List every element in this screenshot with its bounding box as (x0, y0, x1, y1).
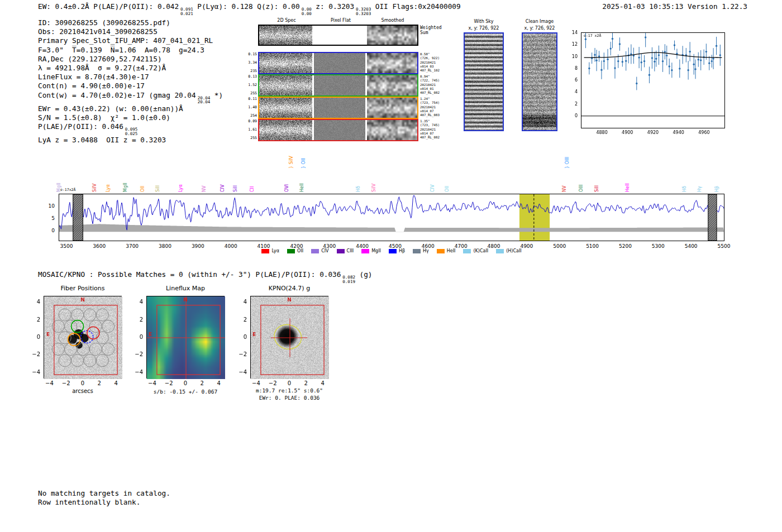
legend-swatch (261, 249, 269, 253)
scale-value: 0.09 (242, 119, 257, 123)
kpno-compass-e: E (252, 332, 256, 337)
info-line: Primary Spec_Slot_IFU_AMP: 407_041_021_R… (38, 36, 223, 45)
spectrum-frame (59, 194, 724, 241)
cutout-row-scale-labels: 0.131.52255 (242, 74, 257, 95)
text-segment: z: 0.3203 (312, 2, 354, 11)
scale-value: 255 (242, 136, 257, 140)
panel-y-tick-label: −4 (30, 369, 40, 375)
fit-y-tick-label: 0 (565, 113, 578, 118)
line-label: SiIV (371, 184, 376, 192)
fiber-compass-n: N (44, 297, 122, 303)
legend-label: (K)CaII (473, 248, 488, 253)
line-label: OVI (284, 184, 289, 192)
fit-x-tick-label: 4940 (673, 130, 684, 135)
lineflux-map-image (147, 296, 225, 379)
kpno-caption-2: EWr: 0. PLAE: 0.036 (242, 395, 337, 401)
info-line: Cont(w) = 4.70(±0.02)e-17 (gmag 20.0420.… (38, 91, 223, 104)
clean-image-frame (522, 32, 557, 131)
panel-x-tick-label: −2 (62, 380, 70, 386)
col-header-smoothed: Smoothed (368, 18, 417, 23)
pixelflat-image (314, 75, 365, 95)
line-label: NV (202, 186, 207, 192)
panel-x-tick-label: −2 (269, 380, 277, 386)
pixelflat-image (314, 53, 365, 73)
legend-item: Lyα (261, 248, 279, 253)
footer-line-2: Row intentionally blank. (38, 498, 170, 507)
cutout-cell-spec2d (259, 26, 312, 45)
annotation-line: 0.94" (420, 75, 454, 79)
withsky-xy-label: x, y: 726, 922 (461, 26, 506, 31)
scale-value: 255 (242, 91, 257, 95)
panel-x-tick-label: 4 (217, 380, 220, 386)
legend-swatch (337, 249, 345, 253)
spec2d-image (259, 120, 312, 140)
annotation-line: 20210421 (420, 61, 454, 65)
scale-value: 1.52 (242, 83, 257, 87)
annotation-line: 407_RL_102 (420, 69, 454, 73)
legend-item: Hγ (413, 248, 429, 253)
cutout-cell-smoothed (367, 75, 417, 95)
text-segment: EWr = 0.43(±0.22) (w: 0.00(±nan))Å (38, 104, 183, 113)
kpno-image (251, 296, 329, 379)
cutout-cell-spec2d (259, 98, 312, 118)
line-fit-plot-canvas (581, 33, 724, 128)
legend-label: HeII (447, 248, 456, 253)
text-segment: (g) (355, 270, 373, 279)
fit-x-tick-label: 4900 (622, 130, 633, 135)
fit-y-tick-label: 4 (565, 89, 578, 94)
annotation-line: Weighted (420, 25, 454, 30)
legend-swatch (437, 249, 445, 253)
smoothed-image (367, 53, 417, 73)
annotation-line: 20210421 (420, 106, 454, 109)
fit-y-tick-label: 6 (565, 78, 578, 83)
lower-limit: 0.019 (342, 280, 355, 284)
legend-item: (H)CaII (496, 248, 521, 253)
text-segment: S/N = 1.5(±0.8) χ² = 1.0(±0.0) (38, 113, 170, 122)
cutout-cell-pixelflat (314, 120, 365, 140)
pixelflat-image (314, 98, 365, 118)
text-segment: LyA z = 3.0488 OII z = 0.3203 (38, 136, 166, 144)
info-line: λ = 4921.98Å σ = 9.27(±4.72)Å (38, 64, 223, 73)
spec2d-image (259, 26, 312, 45)
annotation-line: v014_03 (420, 65, 454, 69)
line-label: Lyα (106, 184, 111, 192)
panel-y-tick-label: −2 (30, 351, 40, 357)
panel-x-tick-label: 0 (184, 380, 187, 386)
scale-value: 0.13 (242, 74, 257, 79)
info-line: S/N = 1.5(±0.8) χ² = 1.0(±0.0) (38, 113, 223, 122)
legend-label: CIV (321, 248, 328, 253)
panel-y-tick-label: 0 (30, 334, 40, 340)
text-segment: Cont(n) = 4.90(±0.00)e-17 (38, 82, 145, 90)
fit-y-tick-label: 8 (565, 66, 578, 71)
spectrum-y-tick-label: 0 (44, 228, 55, 233)
annotation-line: 20210421 (420, 83, 454, 87)
kpno-caption-1: m:19.7 re:1.5" s:0.6" (242, 387, 337, 394)
stacked-limits: 20.0420.04 (198, 96, 211, 104)
text-segment: Cont(w) = 4.70(±0.02)e-17 (gmag 20.04 (38, 91, 196, 99)
annotation-line: 407_RL_083 (420, 113, 454, 117)
smoothed-image (367, 26, 417, 45)
line-label: Hδ (682, 186, 687, 192)
kpno-frame (250, 296, 328, 378)
line-label: OII (140, 186, 145, 192)
clean-image-title: Clean Image (517, 19, 562, 24)
line-label: OII (445, 186, 450, 192)
legend-swatch (413, 249, 421, 253)
timestamp: 2025-01-03 10:35:13 Version 1.22.3 (602, 2, 747, 11)
stacked-limits: 0.32030.3203 (356, 7, 371, 16)
text-segment: RA,Dec (229.127609,52.742115) (38, 55, 162, 63)
annotation-line: Sum (420, 30, 454, 35)
fiber-compass-e: E (46, 332, 50, 337)
annotation-line: 1.24" (420, 97, 454, 101)
info-line: LyA z = 3.0488 OII z = 0.3203 (38, 136, 223, 145)
annotation-line: v014_07 (420, 132, 454, 136)
info-line: P(LAE)/P(OII): 0.0460.0950.025 (38, 122, 223, 136)
cutout-row (258, 119, 418, 141)
line-label: } OII (301, 158, 306, 169)
kpno-title: KPNO(24.7) g (250, 285, 328, 292)
text-segment: LineFlux = 8.70(±4.30)e-17 (38, 73, 149, 81)
text-segment: Primary Spec_Slot_IFU_AMP: 407_041_021_R… (38, 36, 213, 45)
line-label: SiII (233, 185, 238, 192)
line-label: NV (562, 186, 567, 192)
fiber-xlabel: arcsecs (44, 388, 122, 394)
